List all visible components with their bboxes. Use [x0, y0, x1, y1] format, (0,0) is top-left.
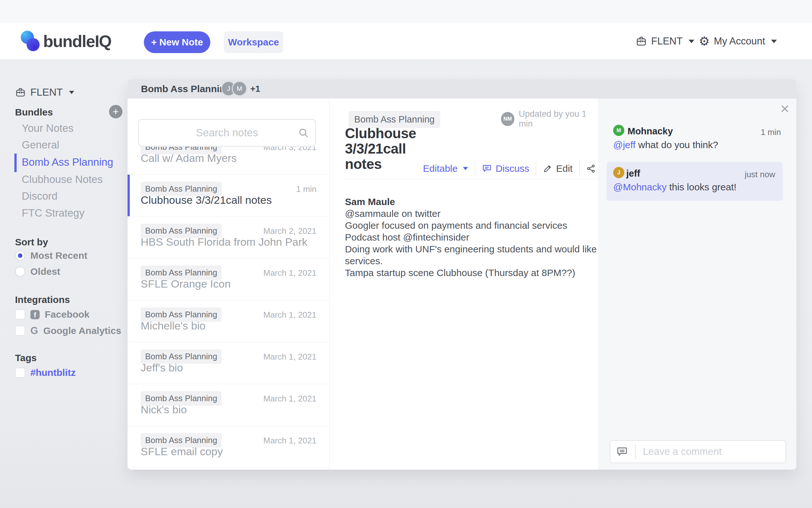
- workspace-button[interactable]: Workspace: [224, 31, 283, 53]
- comment-message: this looks great!: [667, 182, 736, 192]
- search-box: [138, 119, 316, 146]
- note-date: March 2, 2021: [264, 226, 317, 236]
- sidebar-workspace-selector[interactable]: FLENT: [15, 86, 74, 98]
- updated-label: Updated by you 1 min: [519, 109, 599, 129]
- add-bundle-button[interactable]: +: [109, 105, 123, 118]
- sidebar-item-general[interactable]: General: [22, 139, 59, 151]
- discuss-icon: [482, 164, 492, 174]
- avatar: M: [232, 81, 247, 96]
- workspace-menu[interactable]: FLENT: [635, 32, 695, 50]
- note-title: Clubhouse 3/3/21call notes: [141, 194, 272, 206]
- note-title: Nick's bio: [141, 404, 187, 416]
- google-icon: G: [30, 325, 38, 337]
- edit-label: Edit: [556, 163, 573, 174]
- comment-message: what do you think?: [635, 139, 718, 150]
- comment-text: @Mohnacky this looks great!: [613, 182, 736, 193]
- tags-section-title: Tags: [15, 352, 37, 364]
- selected-bundle-indicator: [14, 154, 17, 172]
- notes-list-scroll[interactable]: Bomb Ass Planning March 3, 2021 Call w/ …: [128, 147, 329, 470]
- briefcase-icon: [15, 87, 26, 98]
- checkbox-icon[interactable]: [15, 309, 25, 320]
- note-list-item-selected[interactable]: Bomb Ass Planning 1 min Clubhouse 3/3/21…: [128, 175, 329, 217]
- note-view-panel: Bomb Ass Planning NM Updated by you 1 mi…: [329, 98, 599, 470]
- note-date: March 1, 2021: [264, 268, 317, 278]
- bundles-section-title: Bundles: [15, 107, 53, 118]
- note-list-item[interactable]: Bomb Ass Planning March 1, 2021 Michelle…: [128, 300, 329, 342]
- avatar: J: [613, 167, 624, 178]
- pencil-icon: [543, 164, 553, 173]
- facebook-icon: f: [30, 310, 40, 319]
- note-body-line: Tampa startup scene Clubhouse (Thursday …: [345, 267, 591, 279]
- notes-list: Bomb Ass Planning March 3, 2021 Call w/ …: [128, 147, 329, 468]
- note-title: HBS South Florida from John Park: [141, 236, 307, 248]
- top-strip: [0, 0, 812, 23]
- workspace-card: Bomb Ass Planning J M +1 Bomb Ass P: [128, 79, 796, 470]
- integration-label: Facebook: [45, 309, 90, 320]
- comment-input[interactable]: [610, 440, 786, 463]
- note-title: SFLE Orange Icon: [141, 278, 231, 290]
- comment-author: jeff: [626, 168, 640, 179]
- workspace-menu-label: FLENT: [651, 36, 682, 47]
- search-icon: [298, 127, 309, 138]
- discuss-button[interactable]: Discuss: [482, 163, 529, 174]
- note-body: Sam Maule @sammaule on twitter Googler f…: [345, 196, 591, 279]
- sidebar-item-bomb-ass-planning[interactable]: Bomb Ass Planning: [22, 156, 113, 168]
- share-icon: [586, 164, 596, 173]
- sort-section-title: Sort by: [15, 237, 48, 248]
- note-body-line: @sammaule on twitter: [345, 208, 591, 219]
- toolbar-divider: [536, 161, 536, 176]
- tag-huntblitz[interactable]: #huntblitz: [15, 367, 76, 378]
- note-title: SFLE email copy: [141, 445, 223, 458]
- integration-google-analytics[interactable]: G Google Analytics: [15, 325, 121, 337]
- note-date: March 1, 2021: [264, 310, 317, 320]
- radio-unselected-icon: [15, 266, 25, 277]
- comment-composer: [610, 440, 786, 463]
- note-date: March 1, 2021: [264, 436, 317, 446]
- tag-label: #huntblitz: [30, 367, 76, 378]
- avatar-overflow-count[interactable]: +1: [250, 79, 260, 98]
- note-list-item[interactable]: Bomb Ass Planning March 1, 2021 SFLE ema…: [128, 426, 329, 468]
- account-menu-label: My Account: [714, 36, 765, 47]
- notes-list-panel: Bomb Ass Planning March 3, 2021 Call w/ …: [128, 98, 329, 470]
- note-list-item[interactable]: Bomb Ass Planning March 1, 2021 SFLE Ora…: [128, 258, 329, 300]
- note-list-item[interactable]: Bomb Ass Planning March 1, 2021 Nick's b…: [128, 384, 329, 426]
- chevron-down-icon: [688, 40, 695, 43]
- checkbox-icon[interactable]: [15, 326, 25, 336]
- new-note-button[interactable]: + New Note: [144, 31, 210, 53]
- sidebar-item-your-notes[interactable]: Your Notes: [22, 122, 74, 134]
- editable-dropdown[interactable]: Editable: [423, 163, 468, 174]
- note-header-divider: [345, 179, 599, 179]
- sidebar-item-discord[interactable]: Discord: [22, 190, 57, 202]
- sidebar-item-ftc-strategy[interactable]: FTC Strategy: [22, 207, 84, 219]
- gear-icon: ⚙: [699, 35, 710, 47]
- edit-button[interactable]: Edit: [543, 163, 573, 174]
- note-list-item[interactable]: Bomb Ass Planning March 3, 2021 Call w/ …: [128, 147, 329, 175]
- note-list-item[interactable]: Bomb Ass Planning March 2, 2021 HBS Sout…: [128, 217, 329, 258]
- sort-option-most-recent[interactable]: Most Recent: [15, 250, 87, 261]
- integration-label: Google Analytics: [43, 325, 121, 336]
- mention-link[interactable]: @jeff: [613, 139, 635, 150]
- account-menu[interactable]: ⚙ My Account: [699, 32, 777, 50]
- sort-option-oldest[interactable]: Oldest: [15, 266, 60, 277]
- composer-divider: [635, 444, 635, 459]
- mention-link[interactable]: @Mohnacky: [613, 182, 667, 192]
- sort-option-label: Oldest: [30, 266, 60, 277]
- note-list-item[interactable]: Bomb Ass Planning March 1, 2021 Jeff's b…: [128, 342, 329, 384]
- search-input[interactable]: [138, 119, 316, 146]
- note-body-line: Doing work with UNF's engineering studen…: [345, 243, 591, 255]
- bundle-header-bar: Bomb Ass Planning J M +1: [128, 79, 796, 98]
- comment-text: @jeff what do you think?: [613, 139, 718, 151]
- toolbar-divider: [579, 161, 580, 176]
- checkbox-icon[interactable]: [15, 368, 25, 378]
- integration-facebook[interactable]: f Facebook: [15, 309, 90, 320]
- sidebar-item-clubhouse-notes[interactable]: Clubhouse Notes: [22, 173, 103, 185]
- chevron-down-icon: [463, 167, 468, 170]
- comment-bubble-icon: [616, 446, 628, 458]
- note-title: Call w/ Adam Myers: [141, 152, 237, 164]
- note-body-author: Sam Maule: [345, 196, 591, 208]
- comment-author: Mohnacky: [627, 126, 673, 137]
- close-icon[interactable]: ×: [780, 99, 789, 118]
- comment-time: 1 min: [761, 127, 781, 137]
- note-body-line: Googler focused on payments and financia…: [345, 219, 591, 231]
- integrations-section-title: Integrations: [15, 294, 70, 305]
